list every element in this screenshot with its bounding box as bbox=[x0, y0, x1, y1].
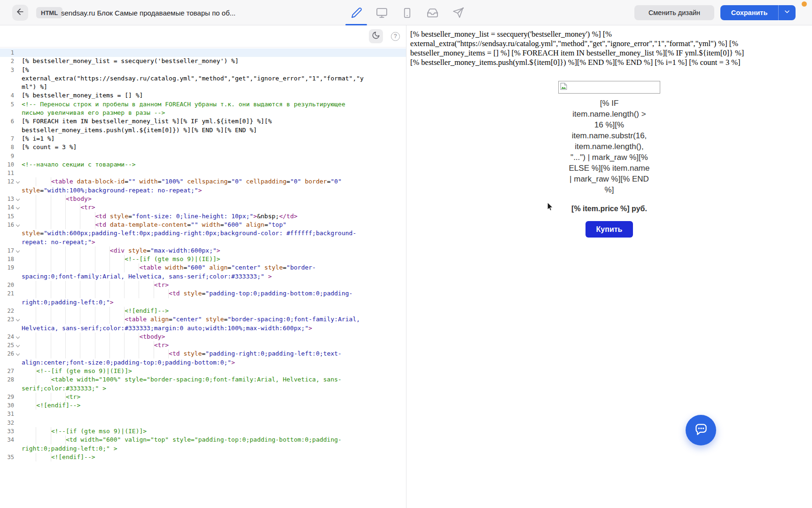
code-line[interactable]: 11 bbox=[0, 169, 406, 177]
moon-icon bbox=[372, 31, 380, 41]
code-line[interactable]: 2[% bestseller_money_list = ssecquery('b… bbox=[0, 57, 406, 65]
code-text[interactable]: [% external_extra("https://sendsay.ru/ca… bbox=[22, 66, 366, 92]
fold-toggle-icon[interactable] bbox=[14, 246, 22, 255]
code-text[interactable]: <tr> bbox=[22, 341, 366, 349]
code-text[interactable]: <tbody> bbox=[22, 333, 366, 341]
code-line[interactable]: 18 <!--[if (gte mso 9)|(IE)]> bbox=[0, 255, 406, 263]
code-area[interactable]: 12[% bestseller_money_list = ssecquery('… bbox=[0, 48, 406, 508]
code-text[interactable]: <td style="padding-top:0;padding-bottom:… bbox=[22, 289, 366, 307]
code-line[interactable]: 33 <!--[if (gte mso 9)|(IE)]> bbox=[0, 427, 406, 436]
code-line[interactable]: 34 <td width="600" valign="top" style="p… bbox=[0, 436, 406, 453]
code-text[interactable]: <table align="center" style="border-spac… bbox=[22, 315, 366, 333]
code-text[interactable]: <![endif]--> bbox=[22, 307, 366, 315]
code-line[interactable]: 35 <![endif]--> bbox=[0, 453, 406, 461]
code-text[interactable]: <!--[if (gte mso 9)|(IE)]> bbox=[22, 255, 366, 263]
code-text[interactable] bbox=[22, 410, 366, 418]
code-text[interactable]: [% bestseller_money_list = ssecquery('be… bbox=[22, 57, 366, 65]
code-line[interactable]: 19 <table width="600" align="center" sty… bbox=[0, 263, 406, 281]
code-text[interactable]: <tbody> bbox=[22, 195, 366, 203]
fold-toggle-icon[interactable] bbox=[14, 341, 22, 349]
code-line[interactable]: 5<!-- Переносы строк и пробелы в данном … bbox=[0, 100, 406, 118]
code-line[interactable]: 6[% FOREACH item IN bestseller_money_lis… bbox=[0, 117, 406, 135]
code-text[interactable]: [% FOREACH item IN bestseller_money_list… bbox=[22, 117, 366, 135]
fold-toggle-icon[interactable] bbox=[14, 177, 22, 195]
code-text[interactable]: [% i=1 %] bbox=[22, 135, 366, 143]
inbox-preview-icon[interactable] bbox=[427, 7, 438, 19]
code-text[interactable]: [% bestseller_money_items = [] %] bbox=[22, 91, 366, 100]
code-text[interactable]: <!--[if (gte mso 9)|(IE)]> bbox=[22, 427, 366, 436]
gutter: 23 bbox=[0, 315, 22, 333]
save-dropdown-toggle[interactable] bbox=[779, 5, 796, 20]
fold-toggle-icon[interactable] bbox=[14, 333, 22, 341]
code-line[interactable]: 10<!--начало секции с товарами--> bbox=[0, 160, 406, 169]
code-text[interactable]: <table width="600" align="center" style=… bbox=[22, 263, 366, 281]
fold-toggle-icon[interactable] bbox=[14, 195, 22, 203]
code-line[interactable]: 1 bbox=[0, 48, 406, 57]
send-test-icon[interactable] bbox=[452, 7, 464, 19]
code-text[interactable]: <tr> bbox=[22, 203, 366, 212]
code-text[interactable]: <td style="padding-right:0;padding-left:… bbox=[22, 349, 366, 367]
fold-toggle-icon[interactable] bbox=[14, 315, 22, 333]
fold-toggle-icon[interactable] bbox=[14, 349, 22, 367]
code-text[interactable]: <td width="600" valign="top" style="padd… bbox=[22, 436, 366, 453]
gutter: 21 bbox=[0, 289, 22, 307]
code-text[interactable] bbox=[22, 152, 366, 160]
code-text[interactable]: <tr> bbox=[22, 393, 366, 401]
fold-spacer bbox=[14, 281, 22, 289]
dark-mode-toggle[interactable] bbox=[369, 29, 383, 43]
edit-pencil-icon[interactable] bbox=[351, 7, 362, 19]
change-design-button[interactable]: Сменить дизайн bbox=[634, 5, 714, 20]
code-text[interactable]: <![endif]--> bbox=[22, 401, 366, 410]
code-line[interactable]: 9 bbox=[0, 152, 406, 160]
code-text[interactable]: <table width="100%" style="border-spacin… bbox=[22, 375, 366, 393]
code-line[interactable]: 30 <![endif]--> bbox=[0, 401, 406, 410]
code-text[interactable]: <table data-block-id="" width="100%" cel… bbox=[22, 177, 366, 195]
back-button[interactable] bbox=[12, 5, 28, 21]
code-text[interactable] bbox=[22, 169, 366, 177]
code-line[interactable]: 13 <tbody> bbox=[0, 195, 406, 203]
line-number: 23 bbox=[0, 315, 14, 333]
code-text[interactable]: <div style="max-width:600px;"> bbox=[22, 246, 366, 255]
code-line[interactable]: 17 <div style="max-width:600px;"> bbox=[0, 246, 406, 255]
fold-toggle-icon[interactable] bbox=[14, 221, 22, 246]
code-line[interactable]: 20 <tr> bbox=[0, 281, 406, 289]
code-line[interactable]: 23 <table align="center" style="border-s… bbox=[0, 315, 406, 333]
code-text[interactable]: <!--[if (gte mso 9)|(IE)]> bbox=[22, 367, 366, 375]
code-text[interactable] bbox=[22, 419, 366, 427]
help-icon[interactable]: ? bbox=[391, 32, 400, 41]
code-text[interactable]: [% count = 3 %] bbox=[22, 143, 366, 151]
code-text[interactable]: <!--начало секции с товарами--> bbox=[22, 160, 366, 169]
code-text[interactable] bbox=[22, 48, 366, 57]
code-line[interactable]: 16 <td data-template-content="" width="6… bbox=[0, 221, 406, 246]
code-line[interactable]: 21 <td style="padding-top:0;padding-bott… bbox=[0, 289, 406, 307]
code-text[interactable]: <!-- Переносы строк и пробелы в данном F… bbox=[22, 100, 366, 118]
code-line[interactable]: 22 <![endif]--> bbox=[0, 307, 406, 315]
fold-toggle-icon[interactable] bbox=[14, 203, 22, 212]
code-line[interactable]: 29 <tr> bbox=[0, 393, 406, 401]
code-line[interactable]: 15 <td style="font-size: 0;line-height: … bbox=[0, 212, 406, 221]
mobile-preview-icon[interactable] bbox=[401, 7, 413, 19]
chat-fab-button[interactable] bbox=[686, 415, 716, 445]
line-number: 33 bbox=[0, 427, 14, 436]
code-line[interactable]: 31 bbox=[0, 410, 406, 418]
code-text[interactable]: <td style="font-size: 0;line-height: 10p… bbox=[22, 212, 366, 221]
code-line[interactable]: 28 <table width="100%" style="border-spa… bbox=[0, 375, 406, 393]
code-line[interactable]: 7[% i=1 %] bbox=[0, 135, 406, 143]
code-line[interactable]: 26 <td style="padding-right:0;padding-le… bbox=[0, 349, 406, 367]
code-line[interactable]: 8[% count = 3 %] bbox=[0, 143, 406, 151]
save-button[interactable]: Сохранить bbox=[720, 5, 796, 20]
buy-button[interactable]: Купить bbox=[586, 221, 633, 238]
code-text[interactable]: <tr> bbox=[22, 281, 366, 289]
code-line[interactable]: 12 <table data-block-id="" width="100%" … bbox=[0, 177, 406, 195]
code-text[interactable]: <td data-template-content="" width="600"… bbox=[22, 221, 366, 246]
code-text[interactable]: <![endif]--> bbox=[22, 453, 366, 461]
code-line[interactable]: 4[% bestseller_money_items = [] %] bbox=[0, 91, 406, 100]
gutter: 10 bbox=[0, 160, 22, 169]
code-line[interactable]: 27 <!--[if (gte mso 9)|(IE)]> bbox=[0, 367, 406, 375]
code-line[interactable]: 25 <tr> bbox=[0, 341, 406, 349]
code-line[interactable]: 3[% external_extra("https://sendsay.ru/c… bbox=[0, 66, 406, 92]
code-line[interactable]: 32 bbox=[0, 419, 406, 427]
code-line[interactable]: 14 <tr> bbox=[0, 203, 406, 212]
code-line[interactable]: 24 <tbody> bbox=[0, 333, 406, 341]
desktop-preview-icon[interactable] bbox=[376, 7, 388, 19]
